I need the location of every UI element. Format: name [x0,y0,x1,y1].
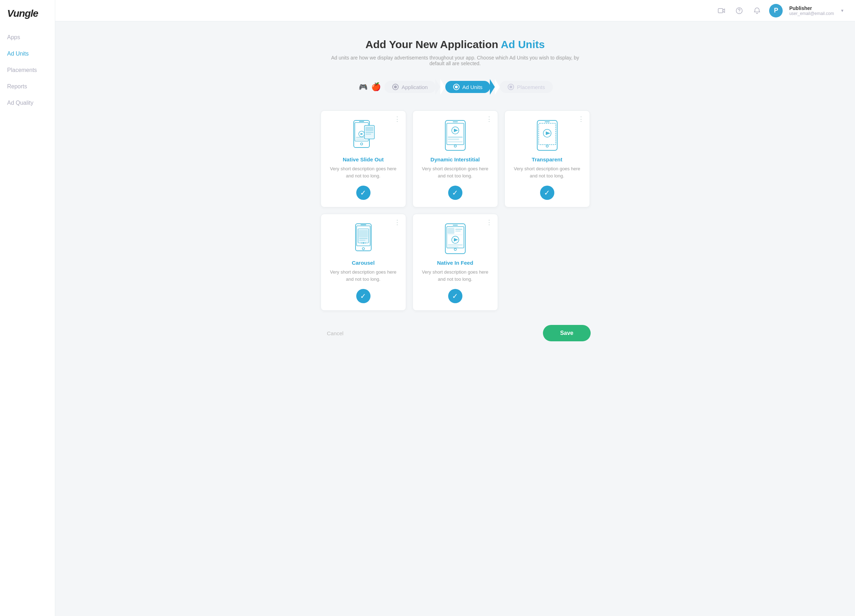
svg-rect-42 [448,228,454,234]
avatar: P [769,4,783,17]
svg-point-16 [454,145,457,147]
card-check-carousel[interactable]: ✓ [356,289,371,303]
svg-point-5 [360,143,363,145]
svg-point-35 [361,242,362,244]
user-info: Publisher user_email@email.com [789,5,834,16]
card-icon-native-slide-out [349,120,378,152]
user-name: Publisher [789,5,812,11]
app-icon-angry-birds: 🎮 [357,81,369,93]
card-title-native-slide-out: Native Slide Out [343,156,384,162]
svg-rect-13 [366,133,371,135]
card-check-dynamic-interstitial[interactable]: ✓ [448,185,463,200]
logo-text: Vungle [7,8,38,19]
svg-point-24 [546,145,548,147]
app-icon-apple: 🍎 [370,81,382,93]
user-email: user_email@email.com [789,11,834,16]
svg-rect-20 [448,139,459,140]
svg-point-40 [454,248,457,250]
card-title-dynamic-interstitial: Dynamic Interstitial [431,156,480,162]
step-dot-inner-application [394,86,397,88]
app-icons: 🎮 🍎 [357,81,382,93]
bell-icon[interactable] [751,5,763,16]
ad-units-grid: ⋮ [320,110,590,311]
card-check-native-slide-out[interactable]: ✓ [356,185,371,200]
step-dot-adunits [453,84,460,90]
step-adunits[interactable]: Ad Units [445,81,490,93]
svg-rect-9 [356,139,365,139]
ad-card-native-in-feed[interactable]: ⋮ [412,214,498,311]
sidebar-item-adquality[interactable]: Ad Quality [0,95,55,111]
card-menu-transparent[interactable]: ⋮ [578,116,585,122]
page-content: Add Your New Application Ad Units Ad uni… [55,21,855,616]
card-menu-native-in-feed[interactable]: ⋮ [486,219,493,225]
svg-rect-12 [366,132,373,133]
bottom-actions: Cancel Save [320,325,591,341]
page-subtitle: Ad units are how we display advertisemen… [331,55,580,66]
svg-rect-14 [445,120,465,150]
card-check-native-in-feed[interactable]: ✓ [448,289,463,303]
step-arrow-gap-2 [495,79,500,95]
step-placements[interactable]: Placements [500,81,553,93]
step-label-application: Application [401,84,428,90]
card-icon-transparent [533,120,561,152]
step-label-placements: Placements [517,84,545,90]
card-desc-dynamic-interstitial: Very short description goes here and not… [420,165,490,179]
page-title-static: Add Your New Application [366,38,498,50]
card-check-transparent[interactable]: ✓ [540,185,554,200]
card-icon-dynamic-interstitial [441,120,470,152]
page-title-highlight: Ad Units [501,38,545,50]
card-icon-native-in-feed [441,223,470,255]
step-dot-application [392,84,398,90]
ad-card-dynamic-interstitial[interactable]: ⋮ Dynamic [412,110,498,207]
svg-rect-44 [455,230,461,231]
svg-rect-21 [448,141,463,143]
stepper: 🎮 🍎 Application Ad Units [357,79,553,95]
card-menu-dynamic-interstitial[interactable]: ⋮ [486,116,493,122]
step-application[interactable]: Application [385,81,435,93]
page-title: Add Your New Application Ad Units [366,38,545,51]
card-title-transparent: Transparent [532,156,562,162]
main-content: P Publisher user_email@email.com ▾ Add Y… [55,0,855,616]
help-icon[interactable] [734,5,745,16]
card-menu-native-slide-out[interactable]: ⋮ [394,116,401,122]
card-title-carousel: Carousel [352,260,374,266]
svg-rect-34 [359,240,366,241]
svg-rect-47 [448,244,463,245]
logo: Vungle [0,0,55,29]
svg-rect-0 [718,9,723,13]
step-label-adunits: Ad Units [463,84,483,90]
sidebar-item-placements[interactable]: Placements [0,62,55,78]
sidebar: Vungle Apps Ad Units Placements Reports … [0,0,55,616]
topbar: P Publisher user_email@email.com ▾ [55,0,855,21]
sidebar-item-apps[interactable]: Apps [0,29,55,46]
card-desc-native-in-feed: Very short description goes here and not… [420,269,490,282]
svg-rect-11 [366,127,373,131]
save-button[interactable]: Save [543,325,590,341]
card-desc-native-slide-out: Very short description goes here and not… [328,165,398,179]
svg-rect-19 [448,136,463,138]
step-dot-inner-adunits [455,86,458,88]
card-desc-transparent: Very short description goes here and not… [512,165,582,179]
cancel-button[interactable]: Cancel [320,325,351,341]
step-dot-inner-placements [509,86,512,88]
svg-point-29 [362,248,365,250]
card-desc-carousel: Very short description goes here and not… [328,269,398,282]
chevron-down-icon[interactable]: ▾ [841,8,844,13]
svg-rect-43 [455,229,463,230]
step-dot-placements [508,84,514,90]
sidebar-item-reports[interactable]: Reports [0,78,55,95]
svg-rect-32 [359,230,368,237]
sidebar-item-adunits[interactable]: Ad Units [0,46,55,62]
card-title-native-in-feed: Native In Feed [437,260,473,266]
card-menu-carousel[interactable]: ⋮ [394,219,401,225]
ad-card-native-slide-out[interactable]: ⋮ [320,110,406,207]
video-icon[interactable] [716,5,727,16]
step-arrow-1 [435,79,440,95]
svg-point-36 [363,242,364,244]
card-icon-carousel [349,223,378,255]
step-arrow-2 [490,79,495,95]
ad-card-transparent[interactable]: ⋮ Transparent Very short description goe… [504,110,590,207]
svg-rect-33 [359,238,368,239]
svg-point-37 [365,242,366,244]
ad-card-carousel[interactable]: ⋮ [320,214,406,311]
